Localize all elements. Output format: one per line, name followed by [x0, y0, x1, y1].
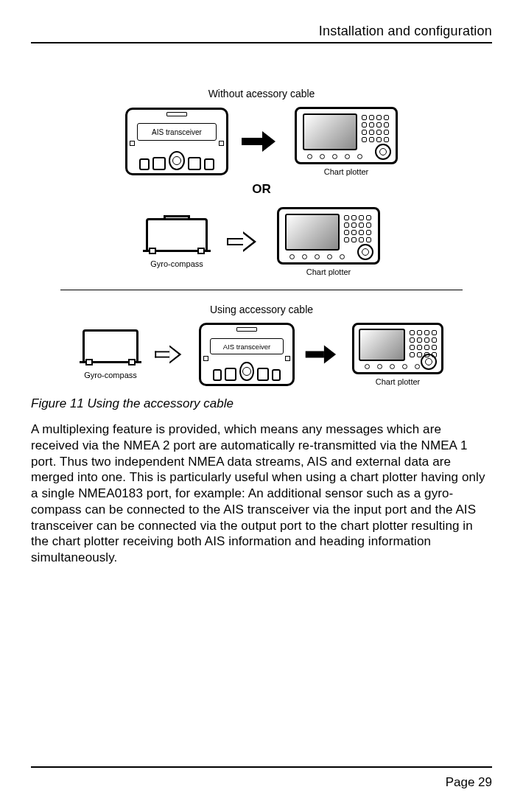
diagram-row-3: Gyro-compass AIS transceiver	[38, 323, 485, 386]
gyro-compass-icon	[80, 329, 141, 368]
gyro-compass-icon	[143, 215, 211, 256]
arrow-right-outline-icon	[152, 345, 189, 363]
page-number: Page 29	[31, 775, 492, 790]
or-label: OR	[38, 182, 485, 197]
body-paragraph: A multiplexing feature is provided, whic…	[31, 421, 492, 566]
footer: Page 29	[31, 766, 492, 790]
diagram-area: Without acessory cable AIS transceiver	[38, 88, 485, 386]
chart-plotter-icon	[277, 207, 380, 265]
ais-transceiver-icon: AIS transceiver	[199, 323, 295, 386]
chart-plotter-icon	[352, 323, 443, 374]
diagram-row-2: Gyro-compass	[38, 207, 485, 276]
arrow-right-solid-icon	[306, 345, 342, 363]
figure-caption: Figure 11 Using the accessory cable	[31, 396, 492, 411]
arrow-right-solid-icon	[242, 131, 281, 152]
ais-transceiver-device: AIS transceiver	[125, 108, 228, 175]
chart-plotter-device-3: Chart plotter	[352, 323, 443, 386]
section2-title: Using accessory cable	[38, 304, 485, 315]
ais-transceiver-label: AIS transceiver	[137, 123, 217, 141]
chart-plotter-label: Chart plotter	[324, 167, 369, 176]
gyro-compass-device-2: Gyro-compass	[80, 329, 141, 379]
chart-plotter-device: Chart plotter	[295, 107, 398, 176]
section1-title: Without acessory cable	[38, 88, 485, 99]
chart-plotter-icon	[295, 107, 398, 164]
header-rule	[31, 42, 492, 43]
gyro-compass-label-2: Gyro-compass	[84, 371, 137, 379]
ais-transceiver-label-2: AIS transceiver	[210, 338, 284, 354]
page: Installation and configuration Without a…	[0, 0, 523, 812]
diagram-row-1: AIS transceiver	[38, 107, 485, 176]
ais-transceiver-icon: AIS transceiver	[125, 108, 228, 175]
arrow-right-outline-icon	[224, 231, 264, 252]
chart-plotter-device-2: Chart plotter	[277, 207, 380, 276]
gyro-compass-device: Gyro-compass	[143, 215, 211, 268]
ais-transceiver-device-2: AIS transceiver	[199, 323, 295, 386]
footer-rule	[31, 766, 492, 768]
chart-plotter-label-3: Chart plotter	[376, 377, 421, 386]
gyro-compass-label: Gyro-compass	[150, 259, 203, 268]
chart-plotter-label-2: Chart plotter	[306, 267, 351, 276]
header-title: Installation and configuration	[31, 24, 492, 39]
mid-rule	[60, 290, 463, 290]
